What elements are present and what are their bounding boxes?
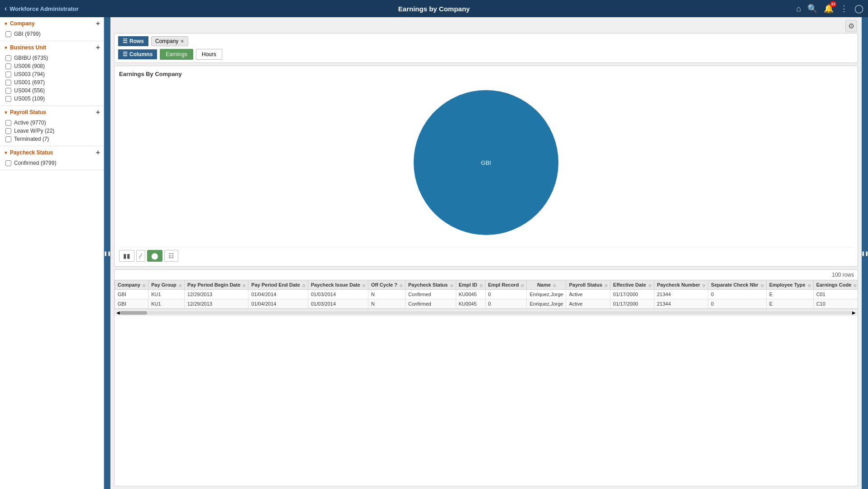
filter-item-gbi[interactable]: GBI (9799) (4, 30, 100, 38)
filter-item-active[interactable]: Active (9770) (4, 119, 100, 127)
checkbox-us004[interactable] (5, 88, 11, 94)
add-company-filter-button[interactable]: + (96, 20, 100, 27)
filter-item-label: Terminated (7) (14, 136, 49, 142)
settings-gear-icon[interactable]: ⚙ (845, 20, 857, 32)
checkbox-us006[interactable] (5, 63, 11, 69)
th-issue-date[interactable]: Paycheck Issue Date ◇ (308, 280, 368, 290)
columns-pivot-row: ☰ Columns Earnings Hours (118, 49, 854, 60)
main-layout: ▼ Company + GBI (9799) ▼ Business Unit + (0, 17, 868, 489)
add-payroll-status-filter-button[interactable]: + (96, 109, 100, 116)
th-earnings-code[interactable]: Earnings Code ◇ (813, 280, 858, 290)
table-cell: C01 (813, 290, 858, 299)
bar-chart-button[interactable]: ▮▮ (119, 250, 134, 262)
filter-item-terminated[interactable]: Terminated (7) (4, 135, 100, 143)
th-name[interactable]: Name ◇ (527, 280, 566, 290)
filter-item-label: GBI (9799) (14, 31, 41, 37)
th-payroll-status[interactable]: Payroll Status ◇ (566, 280, 610, 290)
horizontal-scrollbar[interactable]: ◀ ▶ (114, 309, 858, 316)
th-paycheck-status[interactable]: Paycheck Status ◇ (405, 280, 456, 290)
scroll-right-arrow[interactable]: ▶ (852, 310, 856, 315)
table-cell: 12/29/2013 (184, 299, 248, 309)
th-paycheck-number[interactable]: Paycheck Number ◇ (654, 280, 708, 290)
table-cell: Confirmed (405, 299, 456, 309)
search-icon[interactable]: 🔍 (807, 4, 817, 14)
table-header-row: Company ◇ Pay Group ◇ Pay Period Begin D… (115, 280, 858, 290)
remove-tag-button[interactable]: ✕ (180, 38, 184, 44)
collapse-triangle-company: ▼ (4, 21, 8, 26)
scroll-left-arrow[interactable]: ◀ (116, 310, 120, 315)
collapse-triangle-paycheck-status: ▼ (4, 150, 8, 155)
checkbox-us005[interactable] (5, 96, 11, 102)
scroll-track[interactable] (120, 311, 852, 315)
filter-item-leave-wpy[interactable]: Leave W/Py (22) (4, 127, 100, 135)
hours-column-button[interactable]: Hours (196, 49, 222, 60)
rows-pivot-row: ☰ Rows Company ✕ (118, 36, 854, 46)
filter-item-us006[interactable]: US006 (908) (4, 62, 100, 70)
filter-section-company-header[interactable]: ▼ Company + (4, 20, 100, 27)
notification-bell[interactable]: 🔔 32 (824, 4, 834, 14)
left-panel-toggle[interactable]: ❚❚ (104, 17, 110, 489)
table-cell: 0 (485, 290, 527, 299)
chart-title: Earnings By Company (119, 71, 853, 77)
filter-item-us005[interactable]: US005 (109) (4, 95, 100, 103)
checkbox-us001[interactable] (5, 80, 11, 86)
table-cell: Enriquez,Jorge (527, 299, 566, 309)
table-cell: E (766, 290, 813, 299)
sort-icon: ◇ (450, 283, 453, 288)
app-title-area[interactable]: ‹ Workforce Administrator (5, 5, 79, 13)
th-end-date[interactable]: Pay Period End Date ◇ (248, 280, 308, 290)
more-options-icon[interactable]: ⋮ (840, 4, 848, 14)
table-cell: 01/04/2014 (248, 290, 308, 299)
scroll-thumb[interactable] (120, 311, 147, 315)
checkbox-terminated[interactable] (5, 136, 11, 142)
back-arrow-icon[interactable]: ‹ (5, 5, 7, 13)
pie-label-gbi: GBI (481, 159, 491, 166)
sort-icon: ◇ (143, 283, 145, 288)
th-empl-id[interactable]: Empl ID ◇ (456, 280, 485, 290)
filter-item-us003[interactable]: US003 (794) (4, 70, 100, 78)
columns-label: ☰ Columns (118, 49, 157, 59)
checkbox-active[interactable] (5, 120, 11, 126)
checkbox-confirmed[interactable] (5, 160, 11, 166)
checkbox-gbibu[interactable] (5, 55, 11, 61)
table-cell: 01/17/2000 (610, 290, 654, 299)
right-panel-toggle[interactable]: ❚❚ (862, 17, 868, 489)
table-row: GBIKU112/29/201301/04/201401/03/2014NCon… (115, 290, 858, 299)
th-company[interactable]: Company ◇ (115, 280, 148, 290)
table-chart-button[interactable]: ☷ (164, 250, 178, 262)
th-off-cycle[interactable]: Off Cycle ? ◇ (368, 280, 405, 290)
user-avatar[interactable]: ◯ (854, 4, 863, 14)
line-chart-button[interactable]: ∕ (136, 250, 145, 262)
filter-item-us004[interactable]: US004 (556) (4, 86, 100, 95)
filter-section-paycheck-status-header[interactable]: ▼ Paycheck Status + (4, 149, 100, 156)
th-sep-check[interactable]: Separate Check Nbr ◇ (708, 280, 767, 290)
filter-label-payroll-status: Payroll Status (10, 109, 46, 115)
app-title: Workforce Administrator (10, 5, 78, 12)
checkbox-leave-wpy[interactable] (5, 128, 11, 134)
th-effective-date[interactable]: Effective Date ◇ (610, 280, 654, 290)
table-cell: E (766, 299, 813, 309)
rows-tag-company[interactable]: Company ✕ (151, 36, 188, 46)
filter-section-payroll-status: ▼ Payroll Status + Active (9770) Leave W… (0, 106, 104, 146)
earnings-column-button[interactable]: Earnings (160, 49, 193, 60)
pie-chart-button[interactable]: ⬤ (147, 250, 162, 262)
th-pay-group[interactable]: Pay Group ◇ (148, 280, 185, 290)
th-empl-record[interactable]: Empl Record ◇ (485, 280, 527, 290)
sort-icon: ◇ (553, 283, 556, 288)
nav-actions: ⌂ 🔍 🔔 32 ⋮ ◯ (796, 4, 863, 14)
th-begin-date[interactable]: Pay Period Begin Date ◇ (184, 280, 248, 290)
filter-item-label: Confirmed (9799) (14, 160, 56, 166)
filter-item-confirmed[interactable]: Confirmed (9799) (4, 159, 100, 167)
pie-chart-svg: GBI (409, 86, 563, 240)
checkbox-gbi[interactable] (5, 31, 11, 37)
filter-section-business-unit-header[interactable]: ▼ Business Unit + (4, 44, 100, 51)
add-business-unit-filter-button[interactable]: + (96, 44, 100, 51)
add-paycheck-status-filter-button[interactable]: + (96, 149, 100, 156)
checkbox-us003[interactable] (5, 72, 11, 77)
th-employee-type[interactable]: Employee Type ◇ (766, 280, 813, 290)
filter-item-gbibu[interactable]: GBIBU (6735) (4, 54, 100, 62)
filter-section-payroll-status-header[interactable]: ▼ Payroll Status + (4, 109, 100, 116)
home-icon[interactable]: ⌂ (796, 4, 801, 14)
filter-item-us001[interactable]: US001 (697) (4, 78, 100, 86)
table-cell: KU0045 (456, 290, 485, 299)
